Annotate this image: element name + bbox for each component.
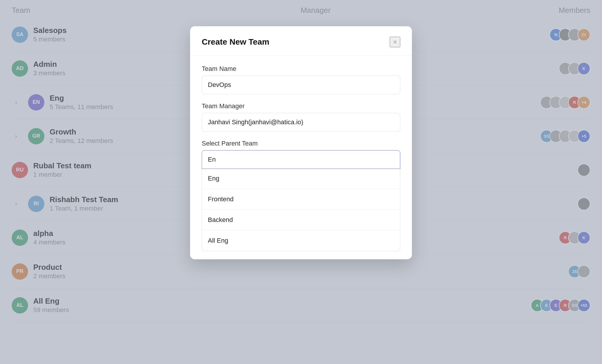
team-manager-input[interactable] <box>202 113 400 132</box>
team-name-input[interactable] <box>202 76 400 94</box>
parent-team-group: Select Parent Team Eng Frontend Backend … <box>202 140 400 251</box>
modal-body: Team Name Team Manager Select Parent Tea… <box>190 56 412 251</box>
modal-close-button[interactable]: × <box>390 37 400 47</box>
dropdown-option-frontend[interactable]: Frontend <box>202 189 400 210</box>
modal-header: Create New Team × <box>190 26 412 56</box>
parent-team-input[interactable] <box>202 150 400 169</box>
modal-title: Create New Team <box>202 37 269 47</box>
dropdown-option-eng[interactable]: Eng <box>202 168 400 189</box>
team-name-label: Team Name <box>202 65 400 73</box>
parent-team-label: Select Parent Team <box>202 140 400 147</box>
team-name-group: Team Name <box>202 65 400 94</box>
team-manager-label: Team Manager <box>202 102 400 110</box>
team-manager-group: Team Manager <box>202 102 400 132</box>
dropdown-option-all-eng[interactable]: All Eng <box>202 230 400 251</box>
parent-team-dropdown: Eng Frontend Backend All Eng <box>202 168 400 251</box>
modal-overlay: Create New Team × Team Name Team Manager… <box>0 0 602 364</box>
create-team-modal: Create New Team × Team Name Team Manager… <box>190 26 412 259</box>
dropdown-option-backend[interactable]: Backend <box>202 210 400 230</box>
